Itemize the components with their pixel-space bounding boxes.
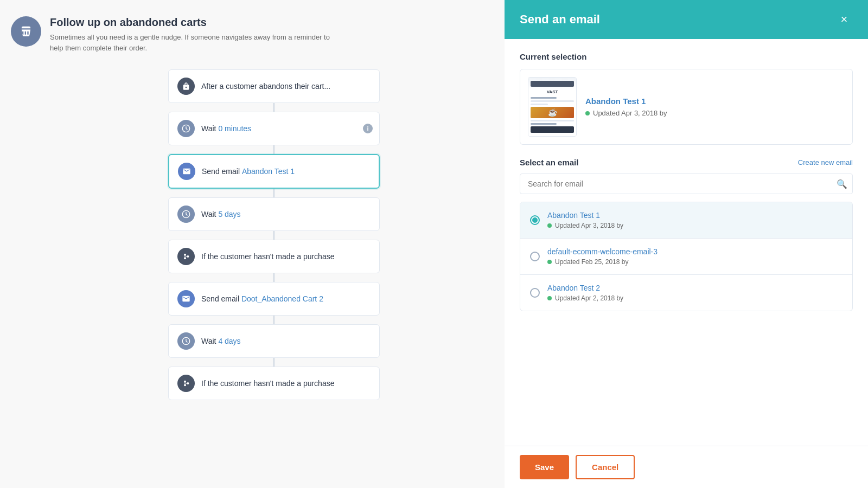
wait-icon (177, 120, 195, 137)
svg-point-3 (184, 257, 186, 259)
radio-opt3 (530, 288, 540, 298)
option-name: default-ecomm-welcome-email-3 (547, 247, 658, 256)
step-connector (273, 189, 275, 197)
close-button[interactable]: × (835, 11, 853, 28)
cancel-button[interactable]: Cancel (576, 455, 635, 479)
option-meta-text: Updated Apr 3, 2018 by (555, 222, 623, 229)
step-connector (273, 316, 275, 324)
step-highlight: 5 days (218, 210, 240, 219)
option-meta: Updated Feb 25, 2018 by (547, 258, 658, 266)
step-label: Wait 0 minutes (201, 124, 251, 133)
email-icon (177, 290, 195, 307)
option-name: Abandon Test 2 (547, 284, 623, 292)
selected-email-date: Updated Apr 3, 2018 by (593, 109, 667, 117)
step-highlight: Doot_Abandoned Cart 2 (241, 294, 323, 303)
option-name: Abandon Test 1 (547, 211, 623, 220)
search-wrapper: 🔍 (520, 174, 853, 194)
email-icon (178, 163, 195, 180)
workflow-title: Follow up on abandoned carts (50, 16, 343, 29)
wait-icon (177, 206, 195, 223)
status-dot (547, 223, 552, 228)
status-dot (547, 260, 552, 264)
option-info-opt1: Abandon Test 1Updated Apr 3, 2018 by (547, 211, 623, 229)
step-label: If the customer hasn't made a purchase (201, 252, 334, 261)
email-preview-thumbnail: VAST ☕ (528, 77, 577, 137)
step-card-wait1[interactable]: Wait 0 minutesi (168, 112, 380, 145)
step-card-trigger[interactable]: After a customer abandons their cart... (168, 69, 380, 103)
step-label: Send email Abandon Test 1 (202, 167, 295, 176)
step-label: If the customer hasn't made a purchase (201, 379, 334, 388)
panel-header: Send an email × (505, 0, 868, 39)
step-card-wait2[interactable]: Wait 5 days (168, 197, 380, 231)
option-info-opt2: default-ecomm-welcome-email-3Updated Feb… (547, 247, 658, 266)
step-highlight: Abandon Test 1 (242, 167, 295, 176)
workflow-steps: After a customer abandons their cart...W… (54, 69, 494, 400)
step-label: Wait 4 days (201, 337, 241, 345)
step-card-condition1[interactable]: If the customer hasn't made a purchase (168, 240, 380, 273)
step-card-email2[interactable]: Send email Doot_Abandoned Cart 2 (168, 282, 380, 316)
wait-icon (177, 332, 195, 350)
step-connector (273, 145, 275, 154)
email-option-opt2[interactable]: default-ecomm-welcome-email-3Updated Feb… (520, 239, 852, 275)
step-card-email1[interactable]: Send email Abandon Test 1 (168, 154, 380, 189)
status-dot (585, 111, 590, 115)
create-new-email-link[interactable]: Create new email (798, 158, 853, 166)
radio-opt1 (530, 215, 540, 225)
step-label: Send email Doot_Abandoned Cart 2 (201, 294, 323, 303)
step-label: After a customer abandons their cart... (201, 82, 330, 91)
search-button[interactable]: 🔍 (837, 179, 847, 189)
current-selection-title: Current selection (520, 52, 853, 61)
step-highlight: 0 minutes (218, 124, 251, 133)
option-meta-text: Updated Apr 2, 2018 by (555, 294, 623, 302)
left-panel: Follow up on abandoned carts Sometimes a… (0, 0, 505, 488)
panel-title: Send an email (520, 12, 600, 27)
radio-opt2 (530, 252, 540, 261)
email-options-list: Abandon Test 1Updated Apr 3, 2018 bydefa… (520, 202, 853, 311)
step-connector (273, 273, 275, 282)
svg-point-4 (187, 255, 189, 258)
select-email-header: Select an email Create new email (520, 158, 853, 167)
step-card-condition2[interactable]: If the customer hasn't made a purchase (168, 367, 380, 400)
svg-point-2 (184, 254, 186, 256)
svg-point-7 (184, 384, 186, 386)
right-panel: Send an email × Current selection VAST ☕ (505, 0, 868, 488)
step-label: Wait 5 days (201, 210, 241, 219)
selected-email-meta: Updated Apr 3, 2018 by (585, 109, 667, 117)
email-option-opt1[interactable]: Abandon Test 1Updated Apr 3, 2018 by (520, 202, 852, 239)
workflow-header-text: Follow up on abandoned carts Sometimes a… (50, 16, 343, 53)
workflow-header: Follow up on abandoned carts Sometimes a… (11, 16, 494, 53)
status-dot (547, 296, 552, 300)
panel-footer: Save Cancel (505, 446, 868, 488)
option-meta: Updated Apr 3, 2018 by (547, 222, 623, 229)
info-badge[interactable]: i (363, 124, 373, 133)
selection-info: Abandon Test 1 Updated Apr 3, 2018 by (585, 97, 667, 117)
svg-point-6 (184, 381, 186, 383)
select-email-title: Select an email (520, 158, 578, 167)
step-connector (273, 103, 275, 112)
svg-point-8 (187, 382, 189, 384)
workflow-description: Sometimes all you need is a gentle nudge… (50, 32, 343, 53)
email-option-opt3[interactable]: Abandon Test 2Updated Apr 2, 2018 by (520, 275, 852, 311)
option-meta: Updated Apr 2, 2018 by (547, 294, 623, 302)
step-connector (273, 231, 275, 240)
step-highlight: 4 days (218, 337, 240, 345)
condition-icon (177, 375, 195, 392)
save-button[interactable]: Save (520, 455, 569, 479)
option-meta-text: Updated Feb 25, 2018 by (555, 258, 628, 266)
current-selection-box: VAST ☕ Abandon Test 1 Updated Apr 3, 201… (520, 69, 853, 145)
selected-email-name: Abandon Test 1 (585, 97, 667, 106)
workflow-icon (11, 16, 41, 47)
step-connector (273, 358, 275, 367)
condition-icon (177, 248, 195, 265)
search-input[interactable] (520, 174, 853, 194)
option-info-opt3: Abandon Test 2Updated Apr 2, 2018 by (547, 284, 623, 302)
trigger-icon (177, 78, 195, 95)
step-card-wait3[interactable]: Wait 4 days (168, 324, 380, 358)
panel-body: Current selection VAST ☕ Abandon Test 1 (505, 39, 868, 446)
